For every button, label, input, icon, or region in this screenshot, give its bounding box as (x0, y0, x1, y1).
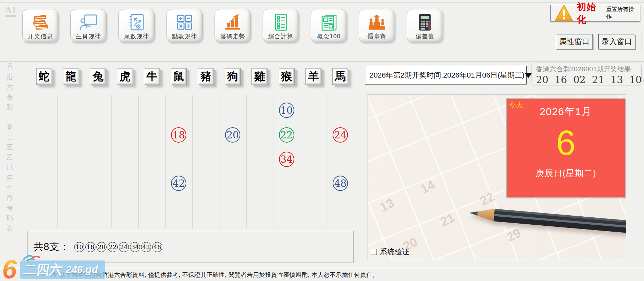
side-caption-char: 表 (7, 225, 13, 231)
entry-window-button[interactable]: 录入窗口 (598, 34, 635, 49)
summary-number: 24 (119, 242, 129, 252)
period-dropdown[interactable]: 2026年第2期开奖时间:2026年01月06日(星期二) (365, 66, 527, 85)
newspaper-icon (319, 12, 339, 32)
zodiac-tab[interactable]: 狗 (225, 68, 241, 85)
watermark-text: 二四六 (22, 261, 63, 279)
side-caption-char: 二 (7, 114, 13, 120)
toolbar-button[interactable]: 擂臺賽 (359, 9, 395, 42)
toolbar-button[interactable]: 點數規律 (166, 9, 203, 42)
calendar-day: 6 (507, 125, 625, 160)
zodiac-tab[interactable]: 鼠 (171, 68, 187, 85)
grid-number: 48 (333, 176, 348, 191)
toolbar-button[interactable]: 落碼走勢 (215, 9, 251, 42)
last-result-box: 香港六合彩2026001期开奖结果: 20 16 02 21 13 10+14 (532, 63, 642, 86)
toolbar-button[interactable]: 开奖信息 (22, 9, 59, 42)
toolbar-button-label: 擂臺賽 (367, 32, 386, 40)
zodiac-tab[interactable]: 牛 (144, 68, 160, 85)
side-caption-char: 零 (7, 124, 13, 130)
grid-number: 18 (171, 127, 186, 143)
side-caption-char: 香 (7, 63, 13, 70)
side-caption-char: 六 (7, 83, 13, 90)
toolbar-button[interactable]: 偏差值 (407, 9, 443, 42)
bar-chart-icon (223, 12, 242, 32)
system-verify-label: 系统验证 (380, 247, 409, 257)
side-caption-char: 肖 (7, 194, 13, 201)
init-button-sublabel: 重置所有操作 (606, 6, 636, 21)
zodiac-tab[interactable]: 蛇 (36, 68, 52, 85)
corner-label: A1 (5, 6, 16, 17)
zodiac-tab[interactable]: 虎 (117, 68, 133, 85)
toolbar-button-label: 尾数规律 (124, 32, 149, 40)
toolbar-button-label: 开奖信息 (28, 32, 53, 40)
side-caption-char: 合 (7, 94, 13, 100)
summary-number: 10 (74, 242, 84, 252)
watermark-domain: 246.gd (66, 264, 98, 275)
zodiac-number-grid: 1018202224344248 (31, 95, 354, 228)
toolbar-button-label: 落碼走勢 (220, 32, 245, 40)
summary-box: 共8支： 1018202224344248 (28, 231, 354, 263)
side-caption-char: 五 (7, 144, 13, 151)
window-buttons-panel: 属性窗口 录入窗口 (550, 30, 642, 52)
properties-window-button[interactable]: 属性窗口 (556, 34, 593, 49)
podium-icon (367, 12, 387, 32)
toolbar-button-label: 點數規律 (172, 32, 197, 40)
grid-number: 20 (225, 127, 240, 143)
side-caption-char: 二 (7, 134, 13, 140)
toolbar-button[interactable]: 尾数规律 (118, 9, 155, 42)
calculator-icon (415, 12, 435, 32)
side-caption-char: 乙 (7, 154, 13, 161)
side-caption-char: 港 (7, 73, 13, 80)
side-caption-char: 巳 (7, 164, 13, 171)
side-caption-char: 生 (7, 184, 13, 191)
today-card: 今天: 2026年1月 6 庚辰日(星期二) (506, 98, 626, 198)
summary-number: 42 (141, 242, 151, 252)
chevron-down-icon[interactable] (525, 73, 532, 82)
side-caption-char: 号 (7, 204, 13, 211)
zodiac-tab[interactable]: 雞 (251, 68, 267, 85)
side-caption-char: 彩 (7, 104, 13, 110)
watermark-logo: 6 (2, 256, 17, 281)
toolbar-button[interactable]: 生肖规律 (70, 9, 107, 42)
presenter-icon (79, 12, 98, 32)
math-ops-icon (175, 12, 194, 32)
grid-number: 22 (279, 127, 294, 143)
side-caption: 香港六合彩二零二五乙巳年生肖号码表 (6, 63, 14, 231)
toolbar-button-label: 概念100 (317, 32, 340, 40)
summary-number: 34 (130, 242, 140, 252)
side-caption-char: 码 (7, 215, 13, 221)
summary-number: 18 (85, 242, 95, 252)
watermark-swish-decoration (22, 253, 47, 264)
summary-label: 共8支： (33, 240, 69, 254)
grid-number: 34 (279, 152, 294, 167)
summary-number: 22 (108, 242, 118, 252)
toolbar-button[interactable]: 綜合計算 (263, 9, 299, 42)
warning-triangle-icon (554, 6, 574, 20)
checkbox-icon[interactable] (371, 249, 377, 255)
init-button[interactable]: 初始化 重置所有操作 (550, 5, 640, 22)
zodiac-tab[interactable]: 羊 (305, 68, 321, 85)
zodiac-tab[interactable]: 豬 (198, 68, 214, 85)
zodiac-tab[interactable]: 馬 (332, 68, 348, 85)
top-divider (0, 2, 644, 3)
period-dropdown-value: 2026年第2期开奖时间:2026年01月06日(星期二) (370, 70, 525, 80)
grid-number: 24 (333, 127, 348, 143)
zodiac-tab[interactable]: 龍 (63, 68, 79, 85)
calendar-panel: 131420212229 今天: 2026年1月 6 庚辰日(星期二) 系统验证 (367, 94, 626, 260)
summary-number: 20 (96, 242, 107, 252)
checklist-icon (271, 12, 290, 32)
today-label: 今天: (509, 100, 525, 110)
grid-number: 10 (279, 103, 294, 118)
calendar-day-info: 庚辰日(星期二) (507, 168, 625, 179)
last-result-numbers: 20 16 02 21 13 10+14 (536, 74, 638, 86)
last-result-title: 香港六合彩2026001期开奖结果: (536, 65, 638, 74)
toolbar-button-label: 生肖规律 (76, 32, 101, 40)
init-button-label: 初始化 (577, 1, 603, 26)
system-verify-checkbox[interactable]: 系统验证 (371, 247, 409, 257)
summary-number: 48 (152, 242, 162, 252)
grid-number: 42 (171, 176, 186, 191)
zodiac-tab[interactable]: 兔 (90, 68, 106, 85)
zodiac-tab[interactable]: 猴 (279, 68, 295, 85)
toolbar-button-label: 偏差值 (416, 32, 434, 40)
toolbar-button[interactable]: 概念100 (311, 9, 347, 42)
books-icon (31, 12, 50, 32)
